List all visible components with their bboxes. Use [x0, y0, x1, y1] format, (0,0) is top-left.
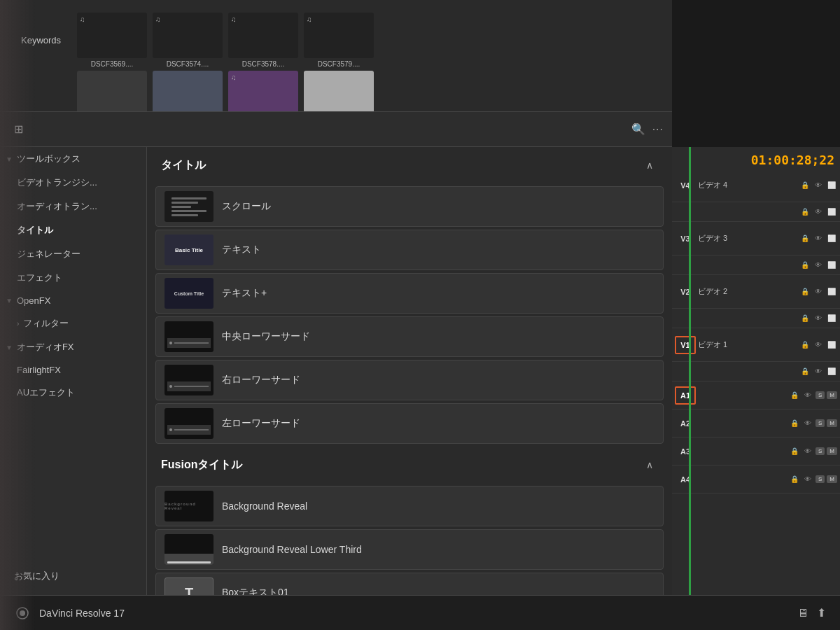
- fusion-titles-collapse-button[interactable]: ∧: [641, 456, 658, 473]
- lock-icon[interactable]: 🔒: [799, 340, 811, 351]
- v4-label: V4: [675, 176, 696, 195]
- sidebar-item-generators[interactable]: ジェネレーター: [0, 242, 146, 266]
- sidebar-item-filter[interactable]: › フィルター: [0, 312, 146, 335]
- svg-point-1: [20, 610, 25, 616]
- lock-icon[interactable]: 🔒: [799, 233, 811, 244]
- thumb-label: DSCF3574....: [167, 60, 209, 68]
- bg-reveal-label: Background Reveal: [222, 500, 307, 512]
- video-track-v4: V4 ビデオ 4 🔒 👁 ⬜: [672, 169, 840, 202]
- thumb-image: ♫: [228, 13, 298, 58]
- thumbnail-item[interactable]: ♫ DSCF3579....: [304, 13, 374, 68]
- eye-icon[interactable]: 👁: [813, 340, 824, 351]
- eye-icon[interactable]: 👁: [802, 418, 813, 429]
- sidebar-item-audiofx[interactable]: ▼ オーディオFX: [0, 335, 146, 359]
- eye-icon[interactable]: 👁: [813, 313, 824, 324]
- mute-button[interactable]: M: [827, 391, 837, 399]
- eye-icon[interactable]: 👁: [813, 180, 824, 191]
- solo-button[interactable]: S: [816, 447, 825, 455]
- scroll-line: [172, 206, 191, 208]
- left-lower-third-label: 左ローワーサード: [222, 417, 300, 430]
- eye-icon[interactable]: 👁: [802, 474, 813, 485]
- search-button[interactable]: 🔍: [631, 122, 645, 136]
- lock-icon[interactable]: 🔒: [799, 366, 811, 377]
- lock-icon[interactable]: 🔒: [789, 446, 800, 457]
- lower-third-line: [174, 342, 209, 344]
- lower-third-bar: [167, 338, 211, 348]
- custom-title-label: テキスト+: [222, 287, 267, 300]
- clip-icon[interactable]: ⬜: [826, 206, 837, 218]
- lower-third-dot: [169, 428, 172, 431]
- title-item-custom[interactable]: Custom Title テキスト+: [155, 273, 664, 314]
- thumbnail-item[interactable]: ♫: [228, 71, 298, 112]
- more-options-button[interactable]: ···: [652, 123, 664, 136]
- clip-icon[interactable]: ⬜: [826, 260, 837, 271]
- fusion-title-item-bg-reveal-lower-third[interactable]: Background Reveal Lower Third: [155, 529, 664, 570]
- eye-icon[interactable]: 👁: [813, 366, 824, 377]
- panel-toggle-button[interactable]: ⊞: [8, 120, 28, 139]
- solo-button[interactable]: S: [816, 419, 825, 427]
- sidebar-item-toolbox[interactable]: ▼ ツールボックス: [0, 147, 146, 171]
- clip-icon[interactable]: ⬜: [826, 313, 837, 324]
- title-item-right-lower-third[interactable]: 右ローワーサード: [155, 360, 664, 400]
- sidebar-item-effects[interactable]: エフェクト: [0, 266, 146, 290]
- video-track-v1: V1 ビデオ 1 🔒 👁 ⬜: [672, 328, 840, 362]
- monitor-icon[interactable]: 🖥: [797, 607, 808, 620]
- lock-icon[interactable]: 🔒: [799, 313, 811, 324]
- lock-icon[interactable]: 🔒: [799, 260, 811, 271]
- clip-icon[interactable]: ⬜: [826, 233, 837, 244]
- sidebar-item-label: オーディオトラン...: [17, 200, 97, 213]
- sidebar-item-openfx[interactable]: ▼ OpenFX: [0, 290, 146, 312]
- center-lower-third-thumbnail: [164, 321, 214, 352]
- eye-icon[interactable]: 👁: [813, 286, 824, 298]
- main-content-area: タイトル ∧ スクロール Basic Title テキスト Custom Tit…: [147, 147, 672, 602]
- fusion-title-item-bg-reveal[interactable]: Background Reveal Background Reveal: [155, 486, 664, 526]
- sidebar-item-audio-transitions[interactable]: オーディオトラン...: [0, 195, 146, 218]
- thumb-image: ♫: [153, 13, 223, 58]
- keywords-label: Keywords: [0, 7, 70, 46]
- thumb-image: [153, 71, 223, 112]
- sidebar: ▼ ツールボックス ビデオトランジシ... オーディオトラン... タイトル ジ…: [0, 147, 147, 602]
- clip-icon[interactable]: ⬜: [826, 366, 837, 377]
- lock-icon[interactable]: 🔒: [789, 474, 800, 485]
- thumbnail-item[interactable]: ♫ DSCF3569....: [77, 13, 147, 68]
- title-item-center-lower-third[interactable]: 中央ローワーサード: [155, 316, 664, 357]
- mute-button[interactable]: M: [827, 419, 837, 427]
- v1-label: V1: [675, 336, 696, 354]
- upload-icon[interactable]: ⬆: [817, 606, 826, 620]
- solo-button[interactable]: S: [816, 391, 825, 399]
- lock-icon[interactable]: 🔒: [799, 180, 811, 191]
- lock-icon[interactable]: 🔒: [799, 206, 811, 218]
- thumbnail-item[interactable]: [304, 71, 374, 112]
- lock-icon[interactable]: 🔒: [789, 390, 800, 401]
- mute-button[interactable]: M: [827, 447, 837, 455]
- toolbar: ⊞ 🔍 ···: [0, 112, 672, 147]
- lock-icon[interactable]: 🔒: [799, 286, 811, 298]
- eye-icon[interactable]: 👁: [813, 260, 824, 271]
- mute-button[interactable]: M: [827, 475, 837, 483]
- lock-icon[interactable]: 🔒: [789, 418, 800, 429]
- thumbnail-item[interactable]: [153, 71, 223, 112]
- lower-third-bar: [167, 382, 211, 391]
- eye-icon[interactable]: 👁: [802, 390, 813, 401]
- titles-collapse-button[interactable]: ∧: [641, 157, 658, 174]
- chevron-right-icon: ›: [17, 320, 19, 328]
- sidebar-item-video-transitions[interactable]: ビデオトランジシ...: [0, 171, 146, 195]
- sidebar-item-titles[interactable]: タイトル: [0, 218, 146, 242]
- sidebar-item-favorites[interactable]: お気に入り: [0, 564, 147, 588]
- sidebar-item-fairlightfx[interactable]: FairlightFX: [0, 359, 146, 381]
- thumbnail-item[interactable]: ♫ DSCF3574....: [153, 13, 223, 68]
- clip-icon[interactable]: ⬜: [826, 286, 837, 298]
- title-item-scroll[interactable]: スクロール: [155, 186, 664, 227]
- eye-icon[interactable]: 👁: [813, 233, 824, 244]
- thumbnail-item[interactable]: [77, 71, 147, 112]
- solo-button[interactable]: S: [816, 475, 825, 483]
- v4-name: ビデオ 4: [698, 180, 797, 190]
- sidebar-item-aueffects[interactable]: AUエフェクト: [0, 381, 146, 405]
- title-item-basic[interactable]: Basic Title テキスト: [155, 230, 664, 270]
- thumbnail-item[interactable]: ♫ DSCF3578....: [228, 13, 298, 68]
- eye-icon[interactable]: 👁: [813, 206, 824, 218]
- title-item-left-lower-third[interactable]: 左ローワーサード: [155, 403, 664, 444]
- clip-icon[interactable]: ⬜: [826, 180, 837, 191]
- clip-icon[interactable]: ⬜: [826, 340, 837, 351]
- eye-icon[interactable]: 👁: [802, 446, 813, 457]
